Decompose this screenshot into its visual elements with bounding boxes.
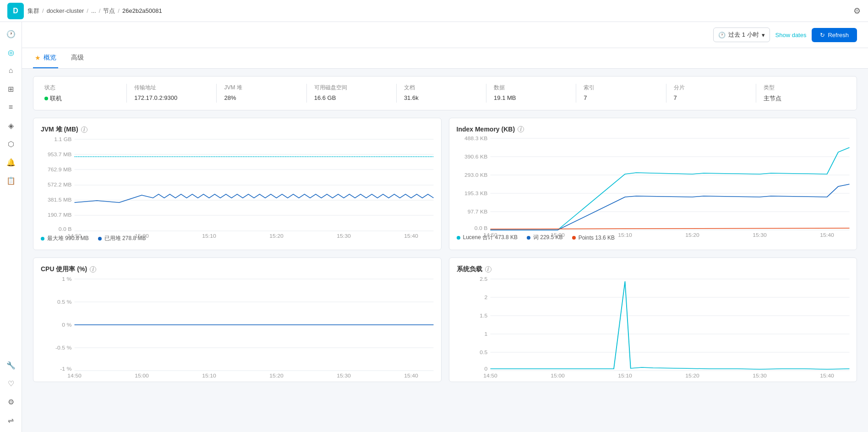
svg-text:15:00: 15:00 (551, 233, 565, 238)
sep1: / (42, 7, 44, 14)
tabs-bar: ★ 概览 高级 (22, 48, 868, 69)
info-indices-label: 索引 (584, 84, 658, 92)
chart-jvm-heap: JVM 堆 (MB) i 1.1 GB (33, 118, 442, 250)
legend-max-heap: 最大堆 990.8 MB (41, 235, 89, 242)
sidebar-item-home[interactable]: ⌂ (3, 62, 19, 79)
info-panel: 状态 联机 传输地址 172.17.0.2:9300 JVM 堆 28% 可用磁… (33, 76, 857, 110)
info-docs-label: 文档 (404, 84, 479, 92)
cpu-svg: 1 % 0.5 % 0 % -0.5 % -1 % 14:50 15:00 15… (41, 279, 434, 371)
info-icon[interactable]: i (81, 126, 87, 133)
svg-text:488.3 KB: 488.3 KB (464, 136, 487, 141)
sidebar-item-target[interactable]: ◎ (3, 44, 19, 60)
svg-text:15:20: 15:20 (685, 233, 699, 238)
info-type-label: 类型 (764, 84, 838, 92)
legend-dot-lucene (457, 236, 460, 240)
svg-text:0.5: 0.5 (480, 350, 487, 355)
info-icon-4[interactable]: i (485, 266, 491, 273)
info-shards: 分片 7 (666, 84, 756, 103)
info-data: 数据 19.1 MB (486, 84, 576, 103)
svg-text:0.0 B: 0.0 B (474, 226, 487, 231)
info-status: 状态 联机 (44, 84, 127, 103)
status-dot (44, 97, 48, 100)
info-disk-value: 16.6 GB (314, 94, 389, 101)
breadcrumb-node[interactable]: 节点 (103, 7, 115, 15)
charts-grid: JVM 堆 (MB) i 1.1 GB (33, 118, 857, 382)
topbar-right: ⚙ (853, 6, 861, 16)
svg-text:2.5: 2.5 (480, 277, 487, 282)
topbar-settings-icon[interactable]: ⚙ (853, 6, 861, 16)
svg-text:15:30: 15:30 (753, 233, 767, 238)
svg-text:15:30: 15:30 (337, 373, 351, 378)
svg-text:-1 %: -1 % (60, 366, 71, 372)
sidebar-item-list[interactable]: ≡ (3, 99, 19, 115)
svg-text:15:10: 15:10 (618, 373, 632, 378)
svg-text:1: 1 (484, 332, 487, 337)
chart-jvm-area: 1.1 GB 953.7 MB 762.9 MB 572.2 MB 381.5 … (41, 139, 434, 231)
svg-text:1 %: 1 % (62, 277, 71, 282)
sysload-svg: 2.5 2 1.5 1 0.5 0 14:50 15:00 15:10 15:2… (457, 279, 850, 371)
breadcrumb-dots[interactable]: ... (91, 7, 96, 14)
info-docs: 文档 31.6k (397, 84, 486, 103)
sidebar-item-expand[interactable]: ⇌ (3, 412, 19, 428)
time-selector[interactable]: 🕐 过去 1 小时 ▾ (713, 27, 770, 42)
svg-text:293.0 KB: 293.0 KB (464, 173, 487, 178)
breadcrumb-cluster[interactable]: 集群 (27, 7, 39, 15)
show-dates-button[interactable]: Show dates (775, 32, 807, 38)
info-disk-label: 可用磁盘空间 (314, 84, 389, 92)
info-disk: 可用磁盘空间 16.6 GB (307, 84, 397, 103)
legend-dot-max (41, 237, 44, 241)
chart-jvm-legend: 最大堆 990.8 MB 已用堆 278.8 MB (41, 235, 434, 242)
chart-index-title: Index Memory (KB) i (457, 126, 850, 133)
svg-text:15:10: 15:10 (618, 233, 632, 238)
chart-sysload-area: 2.5 2 1.5 1 0.5 0 14:50 15:00 15:10 15:2… (457, 279, 850, 371)
sidebar-item-layers[interactable]: ◈ (3, 117, 19, 134)
tab-advanced[interactable]: 高级 (69, 48, 86, 68)
chart-cpu: CPU 使用率 (%) i 1 % 0.5 % 0 % -0.5 % - (33, 257, 442, 382)
legend-points: Points 13.6 KB (572, 234, 615, 241)
svg-text:0 %: 0 % (62, 323, 71, 328)
refresh-button[interactable]: ↻ Refresh (812, 28, 857, 42)
info-type: 类型 主节点 (756, 84, 846, 103)
chart-index-label: Index Memory (KB) (457, 126, 515, 133)
svg-text:953.7 MB: 953.7 MB (48, 152, 71, 157)
chart-index-legend: Lucene 合计 473.8 KB 词 229.5 KB Points 13.… (457, 234, 850, 241)
info-icon-2[interactable]: i (518, 126, 524, 132)
svg-text:0: 0 (484, 366, 487, 372)
topbar: D 集群 / docker-cluster / ... / 节点 / 26e2b… (0, 0, 868, 22)
breadcrumb-node-id: 26e2b2a50081 (122, 7, 162, 14)
sidebar-item-alert[interactable]: 🔔 (3, 154, 19, 170)
sidebar-item-history[interactable]: 🕐 (3, 26, 19, 42)
svg-text:-0.5 %: -0.5 % (55, 345, 71, 350)
tab-overview[interactable]: ★ 概览 (33, 48, 58, 68)
svg-text:15:30: 15:30 (337, 234, 351, 239)
svg-text:15:30: 15:30 (753, 373, 767, 378)
sidebar-item-settings[interactable]: ⚙ (3, 394, 19, 410)
svg-text:195.3 KB: 195.3 KB (464, 191, 487, 196)
svg-text:15:40: 15:40 (404, 234, 418, 239)
info-shards-label: 分片 (674, 84, 748, 92)
svg-text:14:50: 14:50 (67, 373, 82, 378)
jvm-svg: 1.1 GB 953.7 MB 762.9 MB 572.2 MB 381.5 … (41, 139, 434, 231)
sidebar-item-grid[interactable]: ⊞ (3, 81, 19, 97)
chart-sysload: 系统负载 i 2.5 2 1.5 1 0.5 (449, 257, 857, 382)
svg-text:14:50: 14:50 (483, 233, 497, 238)
refresh-label: Refresh (828, 32, 849, 38)
info-data-value: 19.1 MB (494, 94, 568, 101)
tab-overview-label: 概览 (44, 54, 56, 62)
sidebar-item-hex[interactable]: ⬡ (3, 136, 19, 152)
svg-text:0.5 %: 0.5 % (57, 300, 71, 305)
svg-text:15:40: 15:40 (820, 373, 834, 378)
sidebar-item-tools[interactable]: 🔧 (3, 357, 19, 373)
chart-index-memory: Index Memory (KB) i 488.3 KB 390.6 KB 29… (449, 118, 857, 250)
chart-cpu-area: 1 % 0.5 % 0 % -0.5 % -1 % 14:50 15:00 15… (41, 279, 434, 371)
info-icon-3[interactable]: i (90, 266, 96, 273)
chart-cpu-label: CPU 使用率 (%) (41, 265, 87, 273)
sidebar-item-heart[interactable]: ♡ (3, 375, 19, 392)
svg-text:190.7 MB: 190.7 MB (48, 213, 71, 218)
info-status-label: 状态 (44, 84, 119, 92)
sidebar-item-clipboard[interactable]: 📋 (3, 172, 19, 189)
svg-text:97.7 KB: 97.7 KB (467, 209, 487, 214)
info-data-label: 数据 (494, 84, 568, 92)
svg-text:390.6 KB: 390.6 KB (464, 154, 487, 159)
breadcrumb-docker[interactable]: docker-cluster (47, 7, 84, 14)
